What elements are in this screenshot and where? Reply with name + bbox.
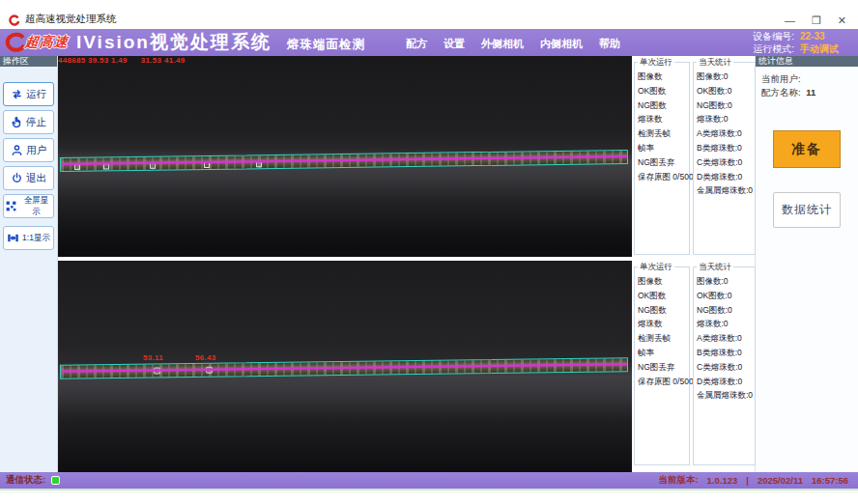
window-bottom-edge xyxy=(0,489,858,504)
run-button[interactable]: 运行 xyxy=(3,82,54,106)
stat-row: D类熔珠数:0 xyxy=(697,375,753,389)
app-header: 超高速 IVision视觉处理系统 熔珠端面检测 配方 设置 外侧相机 内侧相机… xyxy=(0,29,858,56)
menu-item-help[interactable]: 帮助 xyxy=(599,37,620,51)
stat-row: A类熔珠数:0 xyxy=(697,331,753,346)
stat-row: 帧率 xyxy=(638,346,687,360)
exit-button-label: 退出 xyxy=(26,172,46,185)
comm-status-label: 通信状态: xyxy=(6,474,45,487)
single-run-group-title: 单次运行 xyxy=(638,57,674,69)
stat-row: 熔珠数 xyxy=(638,317,687,331)
main-menu: 配方 设置 外侧相机 内侧相机 帮助 xyxy=(406,37,620,51)
current-user-label: 当前用户: xyxy=(761,73,801,84)
menu-item-inner-camera[interactable]: 内侧相机 xyxy=(540,37,583,51)
stat-row: 熔珠数:0 xyxy=(697,317,753,331)
stat-row: 金属屑熔珠数:0 xyxy=(697,388,753,403)
stat-row: 图像数 xyxy=(638,70,687,84)
brand-text: 超高速 xyxy=(24,34,70,51)
operation-sidebar: 操作区 运行 停止 xyxy=(0,56,58,472)
stop-button-label: 停止 xyxy=(26,116,46,129)
separator: | xyxy=(746,475,749,486)
user-button[interactable]: 用户 xyxy=(3,138,54,162)
camera-views: 448685 39.53 1.49 31.53 41.49 53.11 56.4… xyxy=(58,56,632,472)
hand-stop-icon xyxy=(11,116,23,128)
single-run-group-title: 单次运行 xyxy=(638,262,674,273)
stat-row: 图像数 xyxy=(638,274,687,289)
app-logo-icon xyxy=(8,14,20,26)
device-info: 设备编号: 22-33 运行模式: 手动调试 xyxy=(753,30,850,55)
stat-row: 保存原图 0/500 xyxy=(638,170,687,184)
device-id-label: 设备编号: xyxy=(753,30,794,42)
sidebar-title: 操作区 xyxy=(0,56,57,67)
measure-box xyxy=(256,161,262,167)
annotation-text: 56.43 xyxy=(195,353,216,362)
single-run-rows: 图像数OK图数NG图数熔珠数检测丢帧帧率NG图丢弃保存原图 0/500 xyxy=(635,267,689,388)
stat-row: OK图数:0 xyxy=(697,289,753,303)
measure-box xyxy=(204,162,210,168)
stat-row: 图像数:0 xyxy=(697,274,753,289)
exit-button[interactable]: 退出 xyxy=(3,166,54,190)
status-bar: 通信状态: 当前版本: 1.0.123 | 2025/02/11 16:57:5… xyxy=(0,472,858,489)
menu-item-settings[interactable]: 设置 xyxy=(443,37,465,51)
power-icon xyxy=(11,172,23,184)
status-time: 16:57:56 xyxy=(812,475,848,486)
run-mode-value: 手动调试 xyxy=(800,42,850,55)
menu-item-recipe[interactable]: 配方 xyxy=(406,37,427,51)
measure-dot xyxy=(206,367,213,374)
brand-logo: 超高速 xyxy=(4,32,69,53)
cycle-arrows-icon xyxy=(11,88,23,100)
version-label: 当前版本: xyxy=(658,474,698,487)
measure-box xyxy=(103,163,109,169)
fullscreen-button[interactable]: 全屏显示 xyxy=(3,194,54,218)
stat-row: 图像数:0 xyxy=(697,70,753,84)
stat-row: NG图丢弃 xyxy=(638,360,687,375)
stat-row: 帧率 xyxy=(638,141,687,155)
today-rows: 图像数:0OK图数:0NG图数:0熔珠数:0A类熔珠数:0B类熔珠数:0C类熔珠… xyxy=(694,63,755,198)
stat-row: 熔珠数 xyxy=(638,112,687,126)
annotation-text: 448685 39.53 1.49 xyxy=(58,56,128,65)
stop-button[interactable]: 停止 xyxy=(3,110,54,134)
version-value: 1.0.123 xyxy=(707,475,738,486)
today-group-title: 当天统计 xyxy=(697,57,733,69)
measure-box xyxy=(150,163,156,169)
stat-row: 检测丢帧 xyxy=(638,331,687,346)
today-rows: 图像数:0OK图数:0NG图数:0熔珠数:0A类熔珠数:0B类熔珠数:0C类熔珠… xyxy=(694,267,755,403)
one-to-one-button-label: 1:1显示 xyxy=(22,233,50,244)
stat-row: A类熔珠数:0 xyxy=(697,126,753,141)
data-statistics-button[interactable]: 数据统计 xyxy=(773,192,841,228)
stat-row: 熔珠数:0 xyxy=(697,112,753,126)
one-to-one-button[interactable]: 1:1显示 xyxy=(3,226,54,250)
recipe-name-value: 11 xyxy=(806,87,815,98)
measure-dot xyxy=(154,367,160,374)
app-subtitle: 熔珠端面检测 xyxy=(287,37,365,53)
menu-item-outer-camera[interactable]: 外侧相机 xyxy=(481,37,524,51)
today-group-title: 当天统计 xyxy=(697,262,733,273)
measure-box xyxy=(74,164,80,170)
stats-panel-inner: 单次运行 图像数OK图数NG图数熔珠数检测丢帧帧率NG图丢弃保存原图 0/500… xyxy=(634,262,754,465)
camera-view-outer[interactable]: 448685 39.53 1.49 31.53 41.49 xyxy=(58,56,632,257)
camera1-annotations: 448685 39.53 1.49 31.53 41.49 xyxy=(58,56,632,65)
close-button[interactable]: ✕ xyxy=(838,15,846,26)
run-button-label: 运行 xyxy=(26,88,46,101)
fullscreen-button-label: 全屏显示 xyxy=(20,195,52,218)
annotation-text: 31.53 41.49 xyxy=(141,56,186,65)
stat-row: OK图数 xyxy=(638,289,687,303)
fullscreen-grid-icon xyxy=(5,200,17,212)
device-id-value: 22-33 xyxy=(800,30,850,42)
comm-status-indicator xyxy=(51,476,60,485)
maximize-button[interactable]: ❐ xyxy=(812,15,821,26)
annotation-text: 53.11 xyxy=(143,353,163,362)
window-title: 超高速视觉处理系统 xyxy=(25,13,117,26)
status-date: 2025/02/11 xyxy=(758,475,803,486)
stats-section: 单次运行 图像数OK图数NG图数熔珠数检测丢帧帧率NG图丢弃保存原图 0/500… xyxy=(632,56,755,472)
camera-view-inner[interactable]: 53.11 56.43 xyxy=(58,261,632,472)
stat-row: 金属屑熔珠数:0 xyxy=(697,183,753,198)
stat-row: B类熔珠数:0 xyxy=(697,141,753,155)
prepare-button[interactable]: 准备 xyxy=(773,130,841,168)
stat-row: 保存原图 0/500 xyxy=(638,375,687,389)
recipe-name-label: 配方名称: xyxy=(761,87,801,98)
app-window: 超高速视觉处理系统 — ❐ ✕ 超高速 IVision视觉处理系统 熔珠端面检测… xyxy=(0,0,858,504)
stat-row: B类熔珠数:0 xyxy=(697,346,753,360)
minimize-button[interactable]: — xyxy=(785,15,795,26)
stat-row: C类熔珠数:0 xyxy=(697,360,753,375)
stat-row: NG图丢弃 xyxy=(638,155,687,170)
